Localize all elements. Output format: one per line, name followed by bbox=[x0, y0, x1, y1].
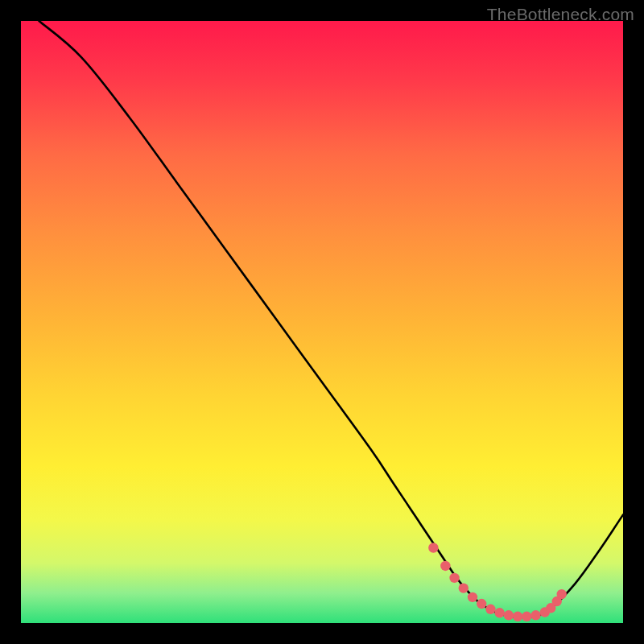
plot-area bbox=[21, 21, 623, 623]
chart-root: TheBottleneck.com bbox=[0, 0, 644, 644]
marker-dot bbox=[449, 573, 459, 583]
marker-dot bbox=[513, 612, 522, 621]
marker-dot bbox=[504, 610, 514, 620]
marker-dot bbox=[522, 612, 531, 621]
chart-canvas bbox=[0, 0, 644, 644]
marker-dot bbox=[428, 543, 438, 552]
marker-dot bbox=[494, 608, 504, 617]
marker-dot bbox=[468, 592, 477, 602]
marker-dot bbox=[459, 583, 469, 592]
marker-dot bbox=[477, 599, 486, 609]
marker-dot bbox=[557, 589, 567, 599]
marker-dot bbox=[485, 605, 495, 614]
marker-dot bbox=[530, 610, 540, 620]
watermark-text: TheBottleneck.com bbox=[487, 5, 634, 24]
marker-dot bbox=[440, 561, 450, 571]
